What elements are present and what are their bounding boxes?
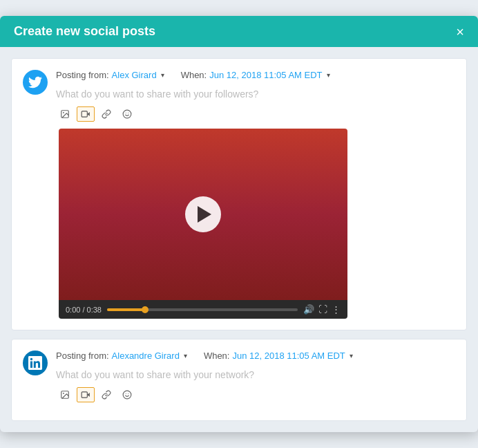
- twitter-video-controls: 0:00 / 0:38 🔊 ⛶ ⋮: [59, 300, 347, 319]
- twitter-link-button[interactable]: [97, 106, 115, 122]
- twitter-video-button[interactable]: [77, 106, 95, 122]
- linkedin-when-label: When:: [204, 351, 230, 361]
- twitter-posting-from: Posting from: Alex Girard ▾: [56, 70, 164, 80]
- linkedin-when-value: Jun 12, 2018 11:05 AM EDT: [232, 351, 345, 361]
- linkedin-video-button[interactable]: [77, 387, 95, 402]
- linkedin-posting-from-dropdown-icon[interactable]: ▾: [184, 352, 187, 360]
- linkedin-post-meta: Posting from: Alexandre Girard ▾ When: J…: [56, 351, 455, 361]
- twitter-volume-icon[interactable]: 🔊: [303, 304, 314, 315]
- twitter-more-icon[interactable]: ⋮: [332, 304, 341, 315]
- twitter-image-button[interactable]: [56, 106, 74, 122]
- close-button[interactable]: ×: [456, 25, 464, 39]
- twitter-post-placeholder[interactable]: What do you want to share with your foll…: [56, 88, 455, 100]
- linkedin-posting-from: Posting from: Alexandre Girard ▾: [56, 351, 187, 361]
- svg-point-4: [123, 110, 131, 118]
- twitter-posting-from-label: Posting from:: [56, 70, 109, 80]
- twitter-play-button[interactable]: [185, 196, 221, 232]
- twitter-video-progress-dot: [142, 306, 149, 313]
- twitter-video-ctrl-icons: 🔊 ⛶ ⋮: [303, 304, 341, 315]
- svg-rect-2: [82, 111, 87, 117]
- modal-title: Create new social posts: [14, 24, 155, 39]
- twitter-video-progress-fill: [107, 308, 145, 311]
- twitter-posting-from-dropdown-icon[interactable]: ▾: [161, 71, 164, 79]
- linkedin-toolbar: [56, 387, 455, 402]
- linkedin-post-card: Posting from: Alexandre Girard ▾ When: J…: [11, 339, 467, 421]
- twitter-posting-from-value: Alex Girard: [112, 70, 157, 80]
- linkedin-when-dropdown-icon[interactable]: ▾: [350, 352, 353, 360]
- twitter-fullscreen-icon[interactable]: ⛶: [318, 304, 327, 315]
- twitter-when-label: When:: [181, 70, 207, 80]
- modal-body: Posting from: Alex Girard ▾ When: Jun 12…: [0, 47, 478, 432]
- twitter-when-value: Jun 12, 2018 11:05 AM EDT: [209, 70, 322, 80]
- twitter-platform-icon: [23, 70, 48, 95]
- svg-point-11: [123, 391, 131, 399]
- create-social-posts-modal: Create new social posts × Posting from: …: [0, 16, 478, 432]
- twitter-toolbar: [56, 106, 455, 122]
- linkedin-link-button[interactable]: [97, 387, 115, 402]
- linkedin-when: When: Jun 12, 2018 11:05 AM EDT ▾: [204, 351, 353, 361]
- twitter-video-time: 0:00 / 0:38: [66, 306, 102, 314]
- twitter-when-dropdown-icon[interactable]: ▾: [327, 71, 330, 79]
- twitter-post-card: Posting from: Alex Girard ▾ When: Jun 12…: [11, 58, 467, 330]
- linkedin-post-content: Posting from: Alexandre Girard ▾ When: J…: [56, 351, 455, 409]
- svg-point-8: [63, 393, 64, 394]
- twitter-video-player[interactable]: [59, 129, 347, 300]
- linkedin-image-button[interactable]: [56, 387, 74, 402]
- twitter-video-container: 0:00 / 0:38 🔊 ⛶ ⋮: [59, 129, 347, 319]
- linkedin-platform-icon: [23, 351, 48, 375]
- linkedin-posting-from-value: Alexandre Girard: [112, 351, 180, 361]
- twitter-emoji-button[interactable]: [118, 106, 136, 122]
- svg-rect-9: [82, 392, 87, 398]
- linkedin-emoji-button[interactable]: [118, 387, 136, 402]
- svg-point-1: [63, 112, 64, 113]
- twitter-video-progress[interactable]: [107, 308, 298, 311]
- twitter-post-content: Posting from: Alex Girard ▾ When: Jun 12…: [56, 70, 455, 319]
- modal-header: Create new social posts ×: [0, 16, 478, 47]
- twitter-post-meta: Posting from: Alex Girard ▾ When: Jun 12…: [56, 70, 455, 80]
- linkedin-posting-from-label: Posting from:: [56, 351, 109, 361]
- twitter-when: When: Jun 12, 2018 11:05 AM EDT ▾: [181, 70, 330, 80]
- linkedin-post-placeholder[interactable]: What do you want to share with your netw…: [56, 369, 455, 380]
